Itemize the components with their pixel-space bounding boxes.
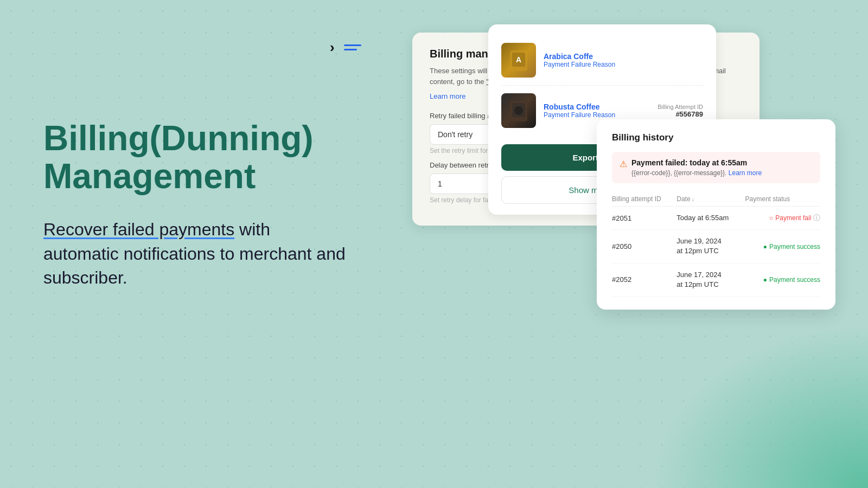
product-item-arabica: A Arabica Coffe Payment Failure Reason: [501, 35, 703, 86]
menu-icon-decoration: ›: [334, 44, 361, 53]
robusta-failure-reason: Payment Failure Reason: [544, 111, 650, 119]
row-date: June 19, 2024at 12pm UTC: [676, 230, 745, 263]
info-icon[interactable]: ⓘ: [813, 214, 820, 222]
right-ui-section: Billing management Subify These settings…: [412, 33, 835, 226]
delay-value: 1: [438, 179, 442, 188]
status-success-badge: Payment success: [763, 243, 820, 251]
col-date[interactable]: Date: [676, 192, 745, 207]
payment-failed-info: Payment failed: today at 6:55am {{error-…: [631, 158, 762, 177]
table-row: #2050 June 19, 2024at 12pm UTC Payment s…: [612, 230, 820, 263]
left-hero-section: Billing(Dunning) Management Recover fail…: [43, 119, 347, 290]
retry-value: Don't retry: [438, 130, 473, 139]
robusta-product-info: Robusta Coffee Payment Failure Reason: [544, 102, 650, 119]
billing-attempt-label: Billing Attempt ID: [658, 104, 703, 110]
robusta-product-image: [501, 93, 536, 128]
payment-failed-title: Payment failed: today at 6:55am: [631, 158, 762, 167]
robusta-billing-meta: Billing Attempt ID #556789: [658, 104, 703, 118]
row-status: Payment success: [745, 230, 820, 263]
title-line1: Billing(Dunning): [43, 119, 314, 158]
svg-text:A: A: [516, 55, 521, 64]
row-id: #2051: [612, 207, 676, 230]
col-status: Payment status: [745, 192, 820, 207]
arabica-product-name: Arabica Coffe: [544, 52, 703, 61]
alert-learn-more[interactable]: Learn more: [729, 169, 762, 177]
status-fail-badge: Payment fail: [769, 214, 811, 222]
table-row: #2052 June 17, 2024at 12pm UTC Payment s…: [612, 263, 820, 296]
subtitle-underline: Recover failed payments: [43, 220, 234, 239]
payment-failed-banner: ⚠ Payment failed: today at 6:55am {{erro…: [612, 152, 820, 183]
status-success-badge: Payment success: [763, 276, 820, 284]
arabica-product-info: Arabica Coffe Payment Failure Reason: [544, 52, 703, 68]
row-status: Payment success: [745, 263, 820, 296]
subtitle: Recover failed payments with automatic n…: [43, 217, 347, 290]
main-title: Billing(Dunning) Management: [43, 119, 347, 196]
billing-history-title: Billing history: [612, 132, 820, 143]
col-id: Billing attempt ID: [612, 192, 676, 207]
row-date: Today at 6:55am: [676, 207, 745, 230]
robusta-product-name: Robusta Coffee: [544, 102, 650, 111]
warning-icon: ⚠: [620, 159, 627, 169]
row-date: June 17, 2024at 12pm UTC: [676, 263, 745, 296]
billing-history-card: Billing history ⚠ Payment failed: today …: [597, 119, 835, 310]
billing-attempt-id: #556789: [658, 110, 703, 118]
payment-failed-desc: {{error-code}}, {{error-message}}. Learn…: [631, 169, 762, 177]
learn-more-link[interactable]: Learn more: [430, 92, 465, 100]
svg-point-5: [514, 106, 523, 115]
green-gradient-decoration: [651, 325, 868, 488]
row-id: #2050: [612, 230, 676, 263]
arabica-failure-reason: Payment Failure Reason: [544, 61, 703, 68]
table-row: #2051 Today at 6:55am Payment fail ⓘ: [612, 207, 820, 230]
row-id: #2052: [612, 263, 676, 296]
billing-table: Billing attempt ID Date Payment status #…: [612, 192, 820, 297]
alert-desc: {{error-code}}, {{error-message}}.: [631, 169, 726, 177]
title-line2: Management: [43, 157, 256, 196]
arabica-product-image: A: [501, 43, 536, 78]
row-status: Payment fail ⓘ: [745, 207, 820, 230]
